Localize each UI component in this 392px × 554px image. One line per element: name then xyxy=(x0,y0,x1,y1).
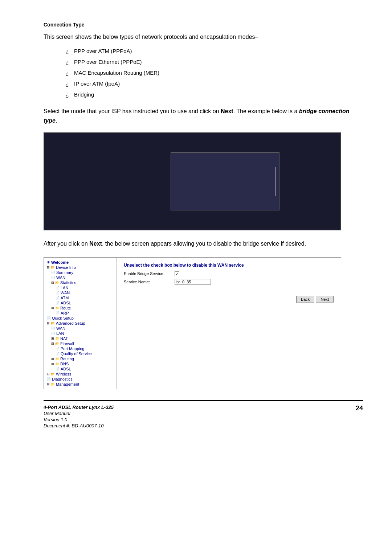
panel-sidebar: 🖥 Welcome ⊟ 📂 Device Info 📄 Summary 📄 WA… xyxy=(44,258,117,389)
monitor-icon: 🖥 xyxy=(47,260,50,264)
list-item-text: MAC Encapsulation Routing (MER) xyxy=(74,69,159,77)
screenshot-image xyxy=(44,132,341,230)
expand-icon: ⊟ xyxy=(47,321,50,325)
next-button[interactable]: Next xyxy=(316,296,334,303)
sidebar-item-adsl2[interactable]: 📄 ADSL xyxy=(44,366,116,372)
expand-icon: ⊞ xyxy=(51,362,54,366)
bullet-icon: ¿ xyxy=(65,58,70,67)
service-name-input[interactable] xyxy=(175,279,211,285)
sidebar-item-management[interactable]: ⊞ 📁 Management xyxy=(44,382,116,387)
footer: 4-Port ADSL Router Lynx L-325 User Manua… xyxy=(44,400,363,428)
sidebar-item-arp[interactable]: 📄 ARP xyxy=(44,311,116,316)
panel-buttons: Back Next xyxy=(124,296,334,303)
sidebar-label: ARP xyxy=(61,311,69,315)
sidebar-label: ADSL xyxy=(61,367,71,371)
sidebar-item-device-info[interactable]: ⊟ 📂 Device Info xyxy=(44,265,116,270)
list-item: ¿ PPP over ATM (PPPoA) xyxy=(65,47,363,56)
list-item: ¿ PPP over Ethernet (PPPoE) xyxy=(65,58,363,67)
folder-icon: 📁 xyxy=(55,362,59,366)
sidebar-label: Diagnostics xyxy=(52,377,73,381)
sidebar-item-lan2[interactable]: 📄 LAN xyxy=(44,331,116,336)
sidebar-item-quality-of-service[interactable]: 📄 Quality of Service xyxy=(44,351,116,356)
sidebar-label: WAN xyxy=(56,275,65,280)
folder-icon: 📁 xyxy=(55,337,59,340)
page-icon: 📄 xyxy=(56,296,60,300)
bullet-icon: ¿ xyxy=(65,69,70,78)
folder-icon: 📁 xyxy=(55,357,59,361)
list-item-text: PPP over Ethernet (PPPoE) xyxy=(74,58,142,66)
sidebar-item-wan1[interactable]: 📄 WAN xyxy=(44,275,116,280)
page-icon: 📄 xyxy=(56,286,60,290)
enable-bridge-row: Enable Bridge Service: ✓ xyxy=(124,271,334,276)
page-icon: 📄 xyxy=(56,301,60,305)
sidebar-item-route[interactable]: ⊞ 📁 Route xyxy=(44,305,116,311)
list-item-text: Bridging xyxy=(74,91,94,99)
sidebar-label: Port Mapping xyxy=(61,346,84,351)
sidebar-item-advanced-setup[interactable]: ⊟ 📂 Advanced Setup xyxy=(44,321,116,326)
page-icon: 📄 xyxy=(47,316,51,320)
expand-icon: ⊞ xyxy=(51,337,54,340)
bullet-icon: ¿ xyxy=(65,91,70,99)
sidebar-item-atm1[interactable]: 📄 ATM xyxy=(44,295,116,300)
list-item-text: IP over ATM (IpoA) xyxy=(74,80,120,88)
sidebar-label: ATM xyxy=(61,296,69,300)
footer-product: 4-Port ADSL Router Lynx L-325 xyxy=(44,405,114,410)
select-text-before: Select the mode that your ISP has instru… xyxy=(44,108,221,114)
section-title: Connection Type xyxy=(44,22,363,28)
sidebar-label: Device Info xyxy=(56,265,76,270)
select-text-after: . xyxy=(56,118,57,124)
list-item: ¿ Bridging xyxy=(65,91,363,99)
folder-open-icon: 📂 xyxy=(51,321,55,325)
sidebar-item-nat[interactable]: ⊞ 📁 NAT xyxy=(44,336,116,341)
sidebar-item-routing[interactable]: ⊞ 📁 Routing xyxy=(44,356,116,361)
sidebar-label: WAN xyxy=(61,291,70,295)
panel-title: Unselect the check box below to disable … xyxy=(124,263,334,268)
next-label-1: Next xyxy=(221,108,233,114)
sidebar-label: WAN xyxy=(56,326,65,331)
sidebar-item-wan3[interactable]: 📄 WAN xyxy=(44,326,116,331)
sidebar-item-summary[interactable]: 📄 Summary xyxy=(44,270,116,275)
select-instruction: Select the mode that your ISP has instru… xyxy=(44,107,363,125)
sidebar-item-diagnostics[interactable]: 📄 Diagnostics xyxy=(44,377,116,382)
sidebar-item-adsl1[interactable]: 📄 ADSL xyxy=(44,300,116,305)
page-icon: 📄 xyxy=(51,271,55,274)
page-icon: 📄 xyxy=(56,291,60,295)
select-text-middle: . The example below is a xyxy=(233,108,299,114)
sidebar-label: Welcome xyxy=(51,260,69,264)
sidebar-label: ADSL xyxy=(61,301,71,305)
sidebar-item-wireless[interactable]: ⊟ 📂 Wireless xyxy=(44,372,116,377)
page-icon: 📄 xyxy=(56,352,60,356)
sidebar-item-wan2[interactable]: 📄 WAN xyxy=(44,290,116,295)
page-icon: 📄 xyxy=(56,347,60,350)
sidebar-label: Wireless xyxy=(56,372,71,376)
page-icon: 📄 xyxy=(51,327,55,330)
expand-icon: ⊟ xyxy=(47,266,50,269)
panel-main-content: Unselect the check box below to disable … xyxy=(117,258,341,389)
sidebar-label: Routing xyxy=(60,357,74,361)
sidebar-item-firewall[interactable]: ⊟ 📂 Firewall xyxy=(44,341,116,346)
enable-bridge-label: Enable Bridge Service: xyxy=(124,271,171,276)
sidebar-item-lan1[interactable]: 📄 LAN xyxy=(44,285,116,290)
sidebar-label: LAN xyxy=(61,286,68,290)
router-admin-panel: 🖥 Welcome ⊟ 📂 Device Info 📄 Summary 📄 WA… xyxy=(44,257,341,389)
expand-icon: ⊟ xyxy=(51,342,54,345)
sidebar-item-welcome[interactable]: 🖥 Welcome xyxy=(44,260,116,265)
bullet-icon: ¿ xyxy=(65,80,70,89)
sidebar-label: Quick Setup xyxy=(52,316,74,320)
folder-icon: 📁 xyxy=(51,382,55,386)
sidebar-label: LAN xyxy=(56,331,64,336)
service-name-row: Service Name: xyxy=(124,279,334,285)
sidebar-item-quick-setup[interactable]: 📄 Quick Setup xyxy=(44,316,116,321)
enable-bridge-checkbox[interactable]: ✓ xyxy=(175,271,179,276)
page-icon: 📄 xyxy=(51,276,55,279)
sidebar-item-dns[interactable]: ⊞ 📁 DNS xyxy=(44,361,116,366)
expand-icon: ⊟ xyxy=(51,281,54,284)
folder-open-icon: 📂 xyxy=(51,372,55,376)
sidebar-label: Advanced Setup xyxy=(56,321,85,325)
footer-document: Document #: BD-AU0007-10 xyxy=(44,423,114,428)
folder-open-icon: 📂 xyxy=(55,281,59,284)
sidebar-item-port-mapping[interactable]: 📄 Port Mapping xyxy=(44,346,116,351)
expand-icon: ⊟ xyxy=(47,372,50,376)
sidebar-item-statistics[interactable]: ⊟ 📂 Statistics xyxy=(44,280,116,285)
back-button[interactable]: Back xyxy=(296,296,314,303)
